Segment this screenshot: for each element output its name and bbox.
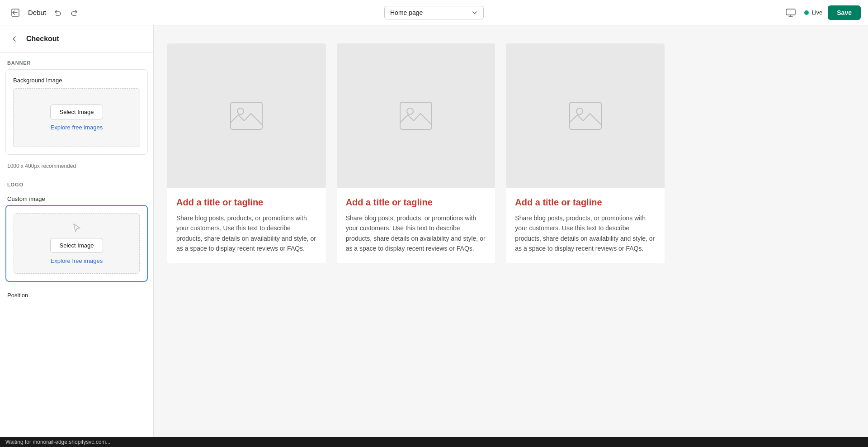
card-3-text: Share blog posts, products, or promotion… [515,213,656,254]
exit-icon [11,9,19,17]
banner-field-group: Background image Select Image Explore fr… [5,69,148,155]
card-2: Add a title or tagline Share blog posts,… [337,43,495,263]
logo-select-image-button[interactable]: Select Image [50,238,104,253]
exit-button[interactable] [7,5,24,21]
card-3-body: Add a title or tagline Share blog posts,… [506,188,665,263]
topbar: Debut Home page [0,0,868,25]
logo-explore-link[interactable]: Explore free images [51,257,103,264]
banner-select-image-button[interactable]: Select Image [50,105,104,119]
image-placeholder-icon-1 [228,100,264,132]
card-2-text: Share blog posts, products, or promotion… [346,213,486,254]
card-2-image-placeholder [337,43,495,188]
store-name: Debut [28,9,46,16]
topbar-left: Debut [7,5,288,21]
live-label: Live [811,9,822,16]
cursor-icon [71,223,82,233]
preview-area: Add a title or tagline Share blog posts,… [154,25,868,437]
status-text: Waiting for monorail-edge.shopifysvc.com… [5,439,110,445]
banner-hint-text: 1000 x 400px recommended [0,160,153,175]
sidebar-header: Checkout [0,25,153,53]
main-layout: Checkout BANNER Background image Select … [0,25,868,437]
back-button[interactable] [7,32,22,46]
back-arrow-icon [10,35,19,43]
card-3: Add a title or tagline Share blog posts,… [506,43,665,263]
svg-rect-2 [231,102,262,129]
banner-upload-area: Select Image Explore free images [13,88,140,147]
undo-icon [54,9,62,17]
card-1-image-placeholder [167,43,326,188]
desktop-view-button[interactable] [783,5,799,21]
logo-field-label: Custom image [0,191,153,205]
live-badge: Live [804,9,822,16]
card-1-title: Add a title or tagline [176,197,317,208]
position-label: Position [0,287,153,301]
banner-field-label: Background image [13,77,140,84]
svg-rect-1 [786,9,795,15]
svg-point-3 [237,108,244,114]
sidebar: Checkout BANNER Background image Select … [0,25,154,437]
card-1-text: Share blog posts, products, or promotion… [176,213,317,254]
redo-button[interactable] [67,5,81,20]
live-indicator-dot [804,10,809,15]
card-3-title: Add a title or tagline [515,197,656,208]
card-2-title: Add a title or tagline [346,197,486,208]
svg-rect-6 [570,102,601,129]
topbar-right: Live Save [580,5,861,21]
cards-row: Add a title or tagline Share blog posts,… [167,43,665,263]
svg-point-5 [407,108,413,114]
topbar-center: Home page [293,6,574,19]
chevron-down-icon [472,10,478,16]
card-2-body: Add a title or tagline Share blog posts,… [337,188,495,263]
logo-upload-area: Select Image Explore free images [14,213,140,274]
desktop-icon [786,9,796,17]
image-placeholder-icon-2 [398,100,434,132]
svg-rect-4 [400,102,432,129]
save-button[interactable]: Save [828,5,861,20]
status-bar: Waiting for monorail-edge.shopifysvc.com… [0,437,868,447]
page-selector[interactable]: Home page [384,6,484,19]
card-3-image-placeholder [506,43,665,188]
page-selector-value: Home page [390,9,423,16]
card-1: Add a title or tagline Share blog posts,… [167,43,326,263]
logo-section-label: LOGO [0,175,153,191]
image-placeholder-icon-3 [567,100,604,132]
banner-explore-link[interactable]: Explore free images [51,124,103,131]
undo-redo-group [51,5,81,20]
svg-point-7 [576,108,583,114]
undo-button[interactable] [51,5,65,20]
logo-field-group: Select Image Explore free images [5,205,148,282]
banner-section-label: BANNER [0,53,153,69]
sidebar-title: Checkout [26,35,59,43]
card-1-body: Add a title or tagline Share blog posts,… [167,188,326,263]
redo-icon [70,9,78,17]
